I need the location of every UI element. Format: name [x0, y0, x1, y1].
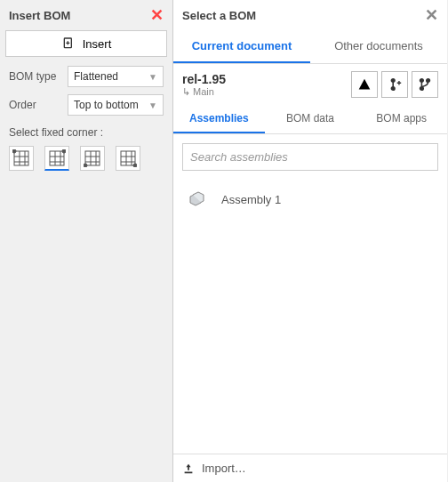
document-tabs: Current document Other documents [173, 30, 447, 64]
svg-rect-1 [14, 151, 28, 165]
triangle-icon [356, 76, 372, 92]
version-add-icon [387, 76, 403, 92]
svg-point-11 [420, 79, 424, 83]
corner-top-right[interactable] [44, 146, 69, 171]
insert-bom-header: Insert BOM ✕ [0, 0, 172, 30]
bom-type-select[interactable]: Flattened ▼ [68, 66, 164, 87]
insert-bom-title: Insert BOM [9, 9, 70, 22]
svg-point-8 [133, 164, 137, 167]
list-item[interactable]: Assembly 1 [182, 181, 438, 217]
upload-icon [182, 462, 195, 475]
svg-point-6 [84, 164, 87, 167]
insert-button[interactable]: Insert [5, 30, 167, 57]
assembly-icon [186, 189, 207, 210]
search-input[interactable] [182, 143, 438, 171]
svg-rect-7 [121, 151, 135, 165]
svg-point-9 [391, 79, 395, 83]
tab-bom-apps[interactable]: BOM apps [356, 105, 447, 133]
svg-point-2 [12, 149, 16, 153]
svg-point-12 [420, 87, 424, 91]
document-info: rel-1.95 ↳ Main [182, 72, 226, 98]
import-label: Import… [202, 462, 246, 475]
insert-button-label: Insert [83, 37, 112, 51]
workspace-button[interactable] [351, 71, 378, 98]
add-version-button[interactable] [381, 71, 408, 98]
select-bom-header: Select a BOM ✕ [173, 0, 447, 30]
branch-button[interactable] [412, 71, 438, 98]
assembly-item-label: Assembly 1 [221, 193, 281, 206]
insert-icon [61, 36, 76, 51]
select-bom-panel: Select a BOM ✕ Current document Other do… [173, 0, 448, 482]
svg-point-13 [427, 79, 430, 83]
assembly-list: Assembly 1 [173, 176, 447, 222]
insert-bom-panel: Insert BOM ✕ Insert BOM type Flattened ▼… [0, 0, 173, 482]
select-bom-title: Select a BOM [182, 9, 256, 22]
import-button[interactable]: Import… [173, 454, 447, 482]
tab-other-documents[interactable]: Other documents [310, 30, 447, 63]
fixed-corner-label: Select fixed corner : [0, 119, 172, 142]
svg-rect-5 [85, 151, 100, 165]
document-info-row: rel-1.95 ↳ Main [173, 64, 447, 101]
chevron-down-icon: ▼ [148, 72, 157, 82]
bom-type-value: Flattened [74, 70, 118, 83]
svg-point-4 [62, 149, 66, 153]
bom-sub-tabs: Assemblies BOM data BOM apps [173, 105, 447, 134]
close-icon[interactable]: ✕ [150, 7, 164, 23]
tab-bom-data[interactable]: BOM data [265, 105, 356, 133]
corner-bottom-left[interactable] [80, 146, 105, 171]
corner-bottom-right[interactable] [116, 146, 140, 171]
close-icon[interactable]: ✕ [425, 7, 438, 23]
tab-current-document[interactable]: Current document [173, 30, 310, 63]
document-branch: ↳ Main [182, 86, 226, 98]
chevron-down-icon: ▼ [148, 100, 157, 110]
tab-assemblies[interactable]: Assemblies [173, 105, 265, 133]
order-value: Top to bottom [74, 99, 139, 111]
branch-icon [417, 76, 433, 92]
svg-point-10 [391, 87, 395, 91]
order-label: Order [9, 99, 62, 111]
corner-selector [0, 142, 172, 180]
svg-rect-14 [185, 471, 193, 473]
svg-rect-3 [50, 151, 64, 165]
order-select[interactable]: Top to bottom ▼ [68, 94, 164, 116]
document-name: rel-1.95 [182, 72, 226, 86]
corner-top-left[interactable] [9, 146, 34, 171]
bom-type-label: BOM type [9, 70, 62, 83]
